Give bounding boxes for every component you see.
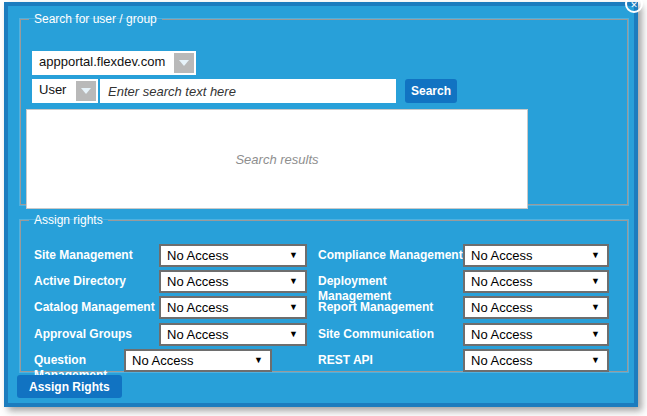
assign-rights-group-title: Assign rights	[29, 213, 108, 227]
close-icon[interactable]: ✕	[625, 0, 643, 13]
rights-row-site-management: Site Management No Access	[34, 244, 307, 267]
rights-row-catalog-management: Catalog Management No Access	[34, 296, 307, 319]
rights-select-active-directory[interactable]: No Access	[159, 270, 307, 293]
rights-select-site-communication[interactable]: No Access	[463, 323, 609, 346]
rights-row-approval-groups: Approval Groups No Access	[34, 323, 307, 346]
rights-select-report-management[interactable]: No Access	[463, 296, 609, 319]
rights-select-site-management[interactable]: No Access	[159, 244, 307, 267]
search-input[interactable]	[100, 79, 396, 103]
rights-select-rest-api[interactable]: No Access	[463, 349, 609, 372]
rights-label: Catalog Management	[34, 296, 159, 315]
rights-row-report-management: Report Management No Access	[318, 296, 609, 319]
rights-label: Approval Groups	[34, 323, 159, 342]
rights-label: REST API	[318, 349, 463, 368]
domain-dropdown-toggle[interactable]	[174, 53, 194, 73]
assign-rights-group: Assign rights Site Management No Access …	[20, 213, 628, 372]
rights-label: Site Communication	[318, 323, 463, 342]
rights-select-deployment-management[interactable]: No Access	[463, 270, 609, 293]
search-group-title: Search for user / group	[29, 12, 162, 26]
chevron-down-icon	[179, 60, 189, 66]
rights-row-site-communication: Site Communication No Access	[318, 323, 609, 346]
search-results-placeholder: Search results	[235, 152, 318, 167]
rights-select-catalog-management[interactable]: No Access	[159, 296, 307, 319]
rights-row-compliance-management: Compliance Management No Access	[318, 244, 609, 267]
rights-row-active-directory: Active Directory No Access	[34, 270, 307, 293]
domain-dropdown[interactable]: appportal.flexdev.com	[32, 51, 196, 75]
page: Search for user / group appportal.flexde…	[0, 0, 647, 416]
search-button[interactable]: Search	[405, 79, 457, 103]
rights-select-compliance-management[interactable]: No Access	[463, 244, 609, 267]
rights-label: Report Management	[318, 296, 463, 315]
rights-row-rest-api: REST API No Access	[318, 349, 609, 372]
search-group: Search for user / group appportal.flexde…	[20, 12, 628, 205]
assign-rights-dialog: Search for user / group appportal.flexde…	[4, 2, 638, 407]
chevron-down-icon	[81, 88, 91, 94]
search-type-dropdown[interactable]: User	[32, 79, 98, 103]
rights-label: Site Management	[34, 244, 159, 263]
search-type-dropdown-value: User	[32, 79, 74, 103]
rights-select-approval-groups[interactable]: No Access	[159, 323, 307, 346]
search-type-dropdown-toggle[interactable]	[76, 81, 96, 101]
search-results-panel[interactable]: Search results	[26, 109, 528, 209]
rights-select-question-management[interactable]: No Access	[124, 349, 272, 372]
rights-label: Active Directory	[34, 270, 159, 289]
rights-label: Compliance Management	[318, 244, 463, 263]
assign-rights-button[interactable]: Assign Rights	[17, 375, 122, 398]
domain-dropdown-value: appportal.flexdev.com	[32, 51, 172, 75]
